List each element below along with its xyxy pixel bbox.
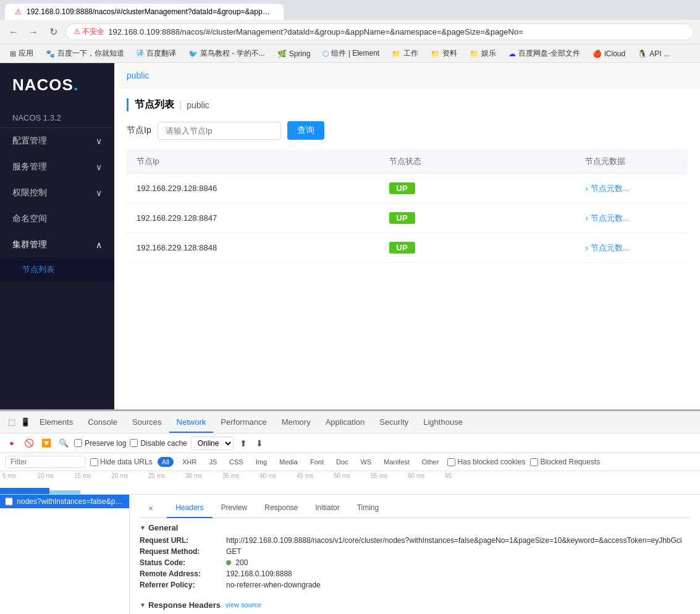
tab-title: 192.168.0.109:8888/nacos/#/clusterManage… (27, 7, 274, 16)
bookmark-baidu-disk[interactable]: ☁ 百度网盘-全部文件 (505, 47, 584, 60)
detail-tab-preview[interactable]: Preview (213, 500, 256, 518)
address-bar[interactable]: ⚠ 不安全 192.168.0.109:8888/nacos/#/cluster… (65, 23, 694, 40)
filter-xhr[interactable]: XHR (179, 458, 200, 466)
data-icon: 📁 (431, 49, 440, 58)
devtools-toolbar: ● 🚫 🔽 🔍 Preserve log Disable cache Onlin… (0, 433, 700, 453)
expand-btn-2[interactable]: › 节点元数... (585, 242, 678, 254)
devtools-tab-sources[interactable]: Sources (125, 412, 169, 433)
breadcrumb: 节点列表 | public (127, 98, 688, 111)
bookmark-data[interactable]: 📁 资料 (427, 47, 461, 60)
breadcrumb-ns: public (187, 100, 209, 110)
bookmark-spring[interactable]: 🌿 Spring (274, 48, 314, 59)
browser-tab[interactable]: ⚠ 192.168.0.109:8888/nacos/#/clusterMana… (5, 4, 284, 20)
import-har-icon[interactable]: ⬆ (237, 437, 250, 450)
bookmark-work[interactable]: 📁 工作 (388, 47, 422, 60)
filter-font[interactable]: Font (306, 458, 327, 466)
request-item-0[interactable]: nodes?withInstances=false&pag... (0, 495, 129, 509)
preserve-log-label[interactable]: Preserve log (74, 439, 126, 448)
devtools-inspect-icon[interactable]: ⬚ (5, 416, 19, 429)
search-button[interactable]: 查询 (287, 121, 324, 140)
search-icon[interactable]: 🔍 (57, 437, 70, 450)
detail-tab-timing[interactable]: Timing (348, 500, 388, 518)
bookmark-label: API ... (649, 49, 670, 58)
sidebar-item-service[interactable]: 服务管理 ∨ (0, 154, 114, 180)
bookmark-label: 工作 (403, 48, 418, 59)
filter-img[interactable]: Img (252, 458, 271, 466)
sidebar-item-auth[interactable]: 权限控制 ∨ (0, 180, 114, 206)
devtools-tab-application[interactable]: Application (318, 412, 373, 433)
devtools-tab-lighthouse[interactable]: Lighthouse (416, 412, 470, 433)
sidebar-logo: NACOS. (0, 63, 114, 107)
fanyi-icon: 译 (137, 48, 144, 59)
devtools-tab-console[interactable]: Console (80, 412, 125, 433)
tl-bar-blue (0, 488, 49, 494)
bookmark-runoob[interactable]: 🐦 菜鸟教程 - 学的不... (185, 47, 269, 60)
devtools-device-icon[interactable]: 📱 (19, 416, 32, 429)
view-source-link[interactable]: view source (226, 601, 261, 608)
filter-css[interactable]: CSS (226, 458, 247, 466)
expand-btn-0[interactable]: › 节点元数... (585, 183, 678, 194)
filter-all[interactable]: All (158, 457, 174, 467)
tl-label-40ms: 40 ms (259, 472, 297, 479)
export-har-icon[interactable]: ⬇ (253, 437, 266, 450)
bookmark-element[interactable]: ⬡ 组件 | Element (319, 47, 383, 60)
sidebar-item-config[interactable]: 配置管理 ∨ (0, 128, 114, 154)
detail-tabs: × Headers Preview Response Initiator Tim… (140, 500, 690, 518)
request-details: × Headers Preview Response Initiator Tim… (130, 495, 700, 614)
bookmark-entertainment[interactable]: 📁 娱乐 (466, 47, 500, 60)
cell-meta-2: › 节点元数... (575, 233, 688, 263)
back-button[interactable]: ← (6, 25, 21, 40)
filter-other[interactable]: Other (418, 458, 443, 466)
devtools-tab-security[interactable]: Security (372, 412, 416, 433)
devtools-tab-network[interactable]: Network (169, 412, 214, 433)
filter-input[interactable] (5, 456, 85, 468)
expand-btn-1[interactable]: › 节点元数... (585, 213, 678, 224)
element-icon: ⬡ (323, 49, 329, 58)
bookmark-apps[interactable]: ⊞ 应用 (6, 47, 37, 60)
tl-label-50ms: 50 ms (334, 472, 371, 479)
tl-label-15ms: 15 ms (74, 472, 111, 479)
response-headers-title: Response Headers (140, 600, 221, 610)
sidebar-item-namespace[interactable]: 命名空间 (0, 206, 114, 232)
filter-ws[interactable]: WS (357, 458, 376, 466)
blocked-requests-checkbox[interactable]: Blocked Requests (530, 458, 600, 466)
devtools-tab-elements[interactable]: Elements (32, 412, 80, 433)
detail-tab-response[interactable]: Response (256, 500, 306, 518)
detail-tab-initiator[interactable]: Initiator (306, 500, 348, 518)
devtools-tab-performance[interactable]: Performance (213, 412, 274, 433)
detail-close-tab[interactable]: × (140, 500, 162, 518)
table-row: 192.168.229.128:8846 UP › 节点元数... (127, 174, 688, 203)
blocked-cookies-checkbox[interactable]: Has blocked cookies (447, 458, 525, 466)
filter-doc[interactable]: Doc (332, 458, 352, 466)
timeline-bar: 5 ms 10 ms 15 ms 20 ms 25 ms 30 ms 35 ms… (0, 471, 700, 495)
detail-tab-headers[interactable]: Headers (167, 500, 212, 518)
bookmark-api[interactable]: 🐧 API ... (634, 48, 673, 59)
preserve-log-checkbox[interactable] (74, 439, 82, 447)
hide-data-urls-checkbox[interactable]: Hide data URLs (90, 458, 153, 466)
bookmark-fanyi[interactable]: 译 百度翻译 (133, 47, 180, 60)
filter-media[interactable]: Media (276, 458, 302, 466)
col-meta: 节点元数据 (575, 150, 688, 174)
search-input[interactable] (158, 122, 281, 140)
disable-cache-checkbox[interactable] (130, 439, 138, 447)
clear-button[interactable]: 🚫 (22, 437, 36, 450)
disable-cache-label[interactable]: Disable cache (130, 439, 187, 448)
tl-label-35ms: 35 ms (222, 472, 259, 479)
filter-manifest[interactable]: Manifest (380, 458, 413, 466)
filter-icon[interactable]: 🔽 (40, 437, 53, 450)
devtools-tab-memory[interactable]: Memory (274, 412, 318, 433)
response-headers-title-row: Response Headers view source (140, 595, 690, 613)
record-button[interactable]: ● (5, 437, 19, 450)
bookmark-baidu[interactable]: 🐾 百度一下，你就知道 (42, 47, 128, 60)
throttle-select[interactable]: Online (191, 437, 234, 450)
sidebar-item-nodelist[interactable]: 节点列表 (0, 258, 114, 281)
bookmark-icloud[interactable]: 🍎 iCloud (589, 48, 629, 59)
forward-button[interactable]: → (26, 25, 41, 40)
refresh-button[interactable]: ↻ (46, 25, 61, 40)
remote-addr-label: Remote Address: (140, 569, 226, 578)
request-checkbox-0[interactable] (5, 497, 13, 506)
service-label: 服务管理 (12, 161, 47, 173)
sidebar-item-cluster[interactable]: 集群管理 ∧ (0, 232, 114, 258)
filter-js[interactable]: JS (205, 458, 221, 466)
tab-favicon: ⚠ (15, 7, 22, 16)
